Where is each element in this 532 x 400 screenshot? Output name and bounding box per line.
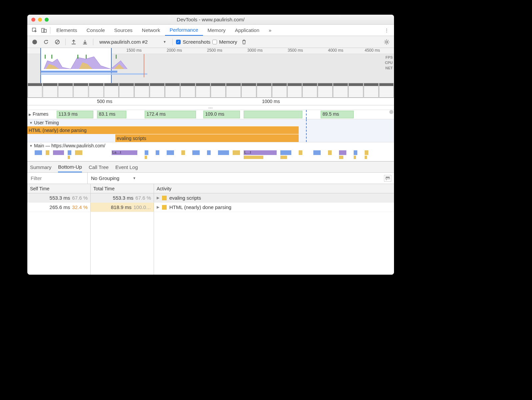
thumbnail [241,83,256,98]
flame-segment[interactable] [354,150,357,155]
flame-segment[interactable] [167,150,174,155]
collapse-icon[interactable]: ▼ [29,121,33,125]
flame-segment[interactable] [339,156,343,159]
col-total-time[interactable]: Total Time [91,184,154,193]
svg-rect-14 [116,55,117,59]
overview-thumbnails [27,83,394,98]
svg-rect-17 [386,178,390,179]
user-timing-bar[interactable]: evaling scripts [115,134,299,142]
user-timing-header[interactable]: ▼ User Timing [27,119,394,126]
tab-application[interactable]: Application [230,25,264,36]
flame-segment[interactable] [280,156,287,159]
flame-segment[interactable] [354,156,356,159]
recording-select[interactable]: www.paulirish.com #2 ▼ [97,38,169,45]
trash-icon[interactable] [239,37,249,47]
svg-line-4 [56,41,59,43]
flame-segment[interactable] [207,150,211,155]
flame-segment[interactable] [280,150,291,155]
tab-summary[interactable]: Summary [30,162,51,172]
tab-sources[interactable]: Sources [110,25,137,36]
memory-checkbox[interactable] [212,40,217,44]
details-tabs: Summary Bottom-Up Call Tree Event Log [27,161,394,173]
flame-segment[interactable] [156,150,159,155]
more-icon[interactable]: ⋮ [382,26,391,35]
record-button[interactable] [30,37,39,47]
tab-elements[interactable]: Elements [52,25,82,36]
flame-segment[interactable] [75,150,82,155]
flame-segment[interactable] [68,156,70,159]
frame-block[interactable] [244,111,302,118]
inspect-icon[interactable] [30,26,39,35]
user-timing-track[interactable]: ▼ User Timing HTML (nearly) done parsing… [27,119,394,142]
overview-side-labels: FPS CPU NET [385,55,393,71]
ruler-tick: 4000 ms [328,48,343,53]
load-profile-icon[interactable] [69,37,78,47]
flamechart-ruler[interactable]: 500 ms 1000 ms [27,98,394,105]
expand-icon[interactable]: ▶ [157,205,159,209]
overview-panel[interactable]: 500 ms 1000 ms 1500 ms 2000 ms 2500 ms 3… [27,48,394,98]
ruler-tick: 1000 ms [262,99,280,104]
flame-chart[interactable]: La…tL…t [27,149,394,161]
flame-segment[interactable] [244,156,263,159]
flame-segment[interactable] [339,150,346,155]
frame-label: 89.5 ms [323,111,339,117]
heaviest-stack-icon[interactable] [384,175,391,182]
clear-icon[interactable] [53,37,62,47]
ruler-tick: 500 ms [97,99,112,104]
tab-call-tree[interactable]: Call Tree [89,162,109,172]
tab-console[interactable]: Console [82,25,110,36]
screenshots-checkbox[interactable]: ✓ [176,40,181,44]
save-profile-icon[interactable] [80,37,90,47]
frame-label: 83.1 ms [99,111,116,117]
flame-segment[interactable] [46,150,49,155]
expand-icon[interactable]: ▶ [157,196,159,200]
main-label: Main — https://www.paulirish.com/ [34,143,105,148]
settings-icon[interactable] [382,37,391,47]
col-self-time[interactable]: Self Time [27,184,91,193]
table-row[interactable]: 265.6 ms32.4 %818.9 ms100.0…▶HTML (nearl… [27,203,394,212]
flame-segment[interactable] [299,150,302,155]
flame-segment[interactable]: La…t [112,150,137,155]
collapsed-row[interactable]: ⋯ [27,105,394,110]
flame-segment[interactable]: L…t [244,150,277,155]
filter-input[interactable] [27,175,87,181]
flame-segment[interactable] [313,150,321,155]
collapse-icon[interactable]: ▼ [29,144,33,148]
device-toggle-icon[interactable] [39,26,49,35]
flame-segment[interactable] [218,150,229,155]
cell-activity: ▶evaling scripts [154,193,394,202]
scrollbar-thumb[interactable] [389,110,393,114]
svg-rect-9 [41,73,147,75]
flame-segment[interactable] [35,150,42,155]
flame-segment[interactable] [192,150,200,155]
table-row[interactable]: 553.3 ms67.6 %553.3 ms67.6 %▶evaling scr… [27,193,394,203]
frames-track[interactable]: ▶ Frames 113.9 ms83.1 ms172.4 ms109.0 ms… [27,110,394,119]
tab-performance[interactable]: Performance [165,25,203,36]
flame-segment[interactable] [145,156,147,159]
main-header[interactable]: ▼ Main — https://www.paulirish.com/ [27,142,394,149]
recording-select-label: www.paulirish.com #2 [99,39,148,45]
svg-rect-1 [42,28,44,32]
flame-segment[interactable] [365,156,367,159]
flame-segment[interactable] [181,150,185,155]
flame-segment[interactable] [365,150,368,155]
main-track[interactable]: ▼ Main — https://www.paulirish.com/ La…t… [27,142,394,161]
flame-segment[interactable] [68,150,71,155]
tab-network[interactable]: Network [137,25,165,36]
tab-bottom-up[interactable]: Bottom-Up [58,162,82,172]
svg-rect-11 [51,55,52,59]
thumbnail [226,83,241,98]
tab-overflow[interactable]: » [264,25,276,36]
reload-icon[interactable] [41,37,51,47]
divider [93,39,93,45]
flame-segment[interactable] [233,150,240,155]
flame-segment[interactable] [145,150,148,155]
flame-segment[interactable] [328,150,332,155]
col-activity[interactable]: Activity [154,184,394,193]
user-timing-bar[interactable]: HTML (nearly) done parsing [27,126,299,134]
fps-label: FPS [385,55,393,60]
flame-segment[interactable] [53,150,64,155]
tab-memory[interactable]: Memory [203,25,230,36]
tab-event-log[interactable]: Event Log [115,162,138,172]
grouping-select[interactable]: No Grouping ▼ [87,173,136,184]
